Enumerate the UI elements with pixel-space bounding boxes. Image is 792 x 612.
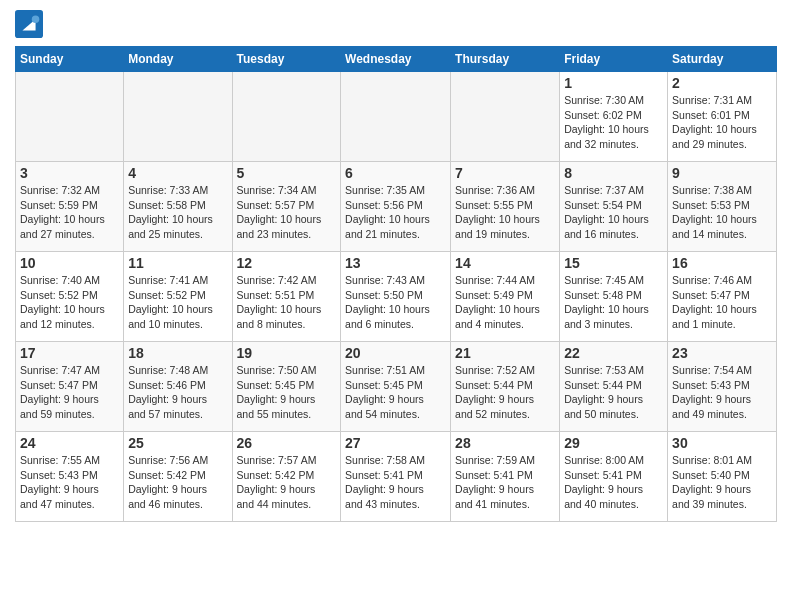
day-info: Sunrise: 7:52 AMSunset: 5:44 PMDaylight:… [455, 363, 555, 422]
day-number: 30 [672, 435, 772, 451]
day-number: 24 [20, 435, 119, 451]
day-cell: 27Sunrise: 7:58 AMSunset: 5:41 PMDayligh… [341, 432, 451, 522]
day-number: 23 [672, 345, 772, 361]
week-row-5: 24Sunrise: 7:55 AMSunset: 5:43 PMDayligh… [16, 432, 777, 522]
day-info: Sunrise: 7:47 AMSunset: 5:47 PMDaylight:… [20, 363, 119, 422]
day-cell: 17Sunrise: 7:47 AMSunset: 5:47 PMDayligh… [16, 342, 124, 432]
weekday-header-sunday: Sunday [16, 47, 124, 72]
weekday-header-tuesday: Tuesday [232, 47, 341, 72]
day-info: Sunrise: 7:37 AMSunset: 5:54 PMDaylight:… [564, 183, 663, 242]
day-number: 1 [564, 75, 663, 91]
day-info: Sunrise: 7:34 AMSunset: 5:57 PMDaylight:… [237, 183, 337, 242]
day-cell: 3Sunrise: 7:32 AMSunset: 5:59 PMDaylight… [16, 162, 124, 252]
day-number: 10 [20, 255, 119, 271]
svg-point-2 [32, 16, 39, 23]
day-cell [124, 72, 232, 162]
day-cell: 26Sunrise: 7:57 AMSunset: 5:42 PMDayligh… [232, 432, 341, 522]
day-number: 3 [20, 165, 119, 181]
weekday-header-wednesday: Wednesday [341, 47, 451, 72]
day-cell: 12Sunrise: 7:42 AMSunset: 5:51 PMDayligh… [232, 252, 341, 342]
day-cell: 9Sunrise: 7:38 AMSunset: 5:53 PMDaylight… [668, 162, 777, 252]
day-cell: 13Sunrise: 7:43 AMSunset: 5:50 PMDayligh… [341, 252, 451, 342]
day-number: 28 [455, 435, 555, 451]
day-number: 29 [564, 435, 663, 451]
day-cell: 25Sunrise: 7:56 AMSunset: 5:42 PMDayligh… [124, 432, 232, 522]
day-cell: 5Sunrise: 7:34 AMSunset: 5:57 PMDaylight… [232, 162, 341, 252]
day-info: Sunrise: 7:36 AMSunset: 5:55 PMDaylight:… [455, 183, 555, 242]
day-number: 2 [672, 75, 772, 91]
day-number: 12 [237, 255, 337, 271]
day-number: 16 [672, 255, 772, 271]
day-number: 11 [128, 255, 227, 271]
day-info: Sunrise: 7:40 AMSunset: 5:52 PMDaylight:… [20, 273, 119, 332]
day-info: Sunrise: 7:38 AMSunset: 5:53 PMDaylight:… [672, 183, 772, 242]
week-row-2: 3Sunrise: 7:32 AMSunset: 5:59 PMDaylight… [16, 162, 777, 252]
weekday-header-monday: Monday [124, 47, 232, 72]
week-row-1: 1Sunrise: 7:30 AMSunset: 6:02 PMDaylight… [16, 72, 777, 162]
day-cell: 24Sunrise: 7:55 AMSunset: 5:43 PMDayligh… [16, 432, 124, 522]
day-cell: 29Sunrise: 8:00 AMSunset: 5:41 PMDayligh… [560, 432, 668, 522]
day-info: Sunrise: 7:35 AMSunset: 5:56 PMDaylight:… [345, 183, 446, 242]
day-info: Sunrise: 7:42 AMSunset: 5:51 PMDaylight:… [237, 273, 337, 332]
day-info: Sunrise: 7:54 AMSunset: 5:43 PMDaylight:… [672, 363, 772, 422]
day-info: Sunrise: 8:01 AMSunset: 5:40 PMDaylight:… [672, 453, 772, 512]
day-cell [16, 72, 124, 162]
day-cell: 30Sunrise: 8:01 AMSunset: 5:40 PMDayligh… [668, 432, 777, 522]
day-number: 18 [128, 345, 227, 361]
day-info: Sunrise: 7:56 AMSunset: 5:42 PMDaylight:… [128, 453, 227, 512]
logo [15, 10, 47, 38]
week-row-4: 17Sunrise: 7:47 AMSunset: 5:47 PMDayligh… [16, 342, 777, 432]
day-cell: 8Sunrise: 7:37 AMSunset: 5:54 PMDaylight… [560, 162, 668, 252]
week-row-3: 10Sunrise: 7:40 AMSunset: 5:52 PMDayligh… [16, 252, 777, 342]
day-cell: 22Sunrise: 7:53 AMSunset: 5:44 PMDayligh… [560, 342, 668, 432]
day-number: 14 [455, 255, 555, 271]
day-number: 21 [455, 345, 555, 361]
day-info: Sunrise: 8:00 AMSunset: 5:41 PMDaylight:… [564, 453, 663, 512]
day-cell: 16Sunrise: 7:46 AMSunset: 5:47 PMDayligh… [668, 252, 777, 342]
logo-icon [15, 10, 43, 38]
day-cell [451, 72, 560, 162]
day-cell: 4Sunrise: 7:33 AMSunset: 5:58 PMDaylight… [124, 162, 232, 252]
day-cell: 6Sunrise: 7:35 AMSunset: 5:56 PMDaylight… [341, 162, 451, 252]
calendar: SundayMondayTuesdayWednesdayThursdayFrid… [15, 46, 777, 522]
day-cell: 23Sunrise: 7:54 AMSunset: 5:43 PMDayligh… [668, 342, 777, 432]
day-info: Sunrise: 7:50 AMSunset: 5:45 PMDaylight:… [237, 363, 337, 422]
day-number: 9 [672, 165, 772, 181]
day-number: 19 [237, 345, 337, 361]
day-info: Sunrise: 7:31 AMSunset: 6:01 PMDaylight:… [672, 93, 772, 152]
day-info: Sunrise: 7:58 AMSunset: 5:41 PMDaylight:… [345, 453, 446, 512]
day-cell: 15Sunrise: 7:45 AMSunset: 5:48 PMDayligh… [560, 252, 668, 342]
day-number: 4 [128, 165, 227, 181]
day-info: Sunrise: 7:57 AMSunset: 5:42 PMDaylight:… [237, 453, 337, 512]
header [15, 10, 777, 38]
weekday-header-friday: Friday [560, 47, 668, 72]
day-info: Sunrise: 7:59 AMSunset: 5:41 PMDaylight:… [455, 453, 555, 512]
day-cell: 1Sunrise: 7:30 AMSunset: 6:02 PMDaylight… [560, 72, 668, 162]
day-cell: 2Sunrise: 7:31 AMSunset: 6:01 PMDaylight… [668, 72, 777, 162]
weekday-header-thursday: Thursday [451, 47, 560, 72]
day-cell: 11Sunrise: 7:41 AMSunset: 5:52 PMDayligh… [124, 252, 232, 342]
day-info: Sunrise: 7:55 AMSunset: 5:43 PMDaylight:… [20, 453, 119, 512]
day-number: 5 [237, 165, 337, 181]
day-cell: 19Sunrise: 7:50 AMSunset: 5:45 PMDayligh… [232, 342, 341, 432]
day-cell: 21Sunrise: 7:52 AMSunset: 5:44 PMDayligh… [451, 342, 560, 432]
day-number: 25 [128, 435, 227, 451]
day-number: 22 [564, 345, 663, 361]
day-cell [232, 72, 341, 162]
day-info: Sunrise: 7:45 AMSunset: 5:48 PMDaylight:… [564, 273, 663, 332]
day-number: 27 [345, 435, 446, 451]
svg-rect-0 [15, 10, 43, 38]
day-info: Sunrise: 7:30 AMSunset: 6:02 PMDaylight:… [564, 93, 663, 152]
day-cell: 14Sunrise: 7:44 AMSunset: 5:49 PMDayligh… [451, 252, 560, 342]
day-number: 20 [345, 345, 446, 361]
day-cell: 20Sunrise: 7:51 AMSunset: 5:45 PMDayligh… [341, 342, 451, 432]
day-number: 13 [345, 255, 446, 271]
day-cell: 10Sunrise: 7:40 AMSunset: 5:52 PMDayligh… [16, 252, 124, 342]
day-number: 6 [345, 165, 446, 181]
day-number: 7 [455, 165, 555, 181]
day-cell: 18Sunrise: 7:48 AMSunset: 5:46 PMDayligh… [124, 342, 232, 432]
day-info: Sunrise: 7:44 AMSunset: 5:49 PMDaylight:… [455, 273, 555, 332]
day-info: Sunrise: 7:43 AMSunset: 5:50 PMDaylight:… [345, 273, 446, 332]
day-cell [341, 72, 451, 162]
day-info: Sunrise: 7:53 AMSunset: 5:44 PMDaylight:… [564, 363, 663, 422]
